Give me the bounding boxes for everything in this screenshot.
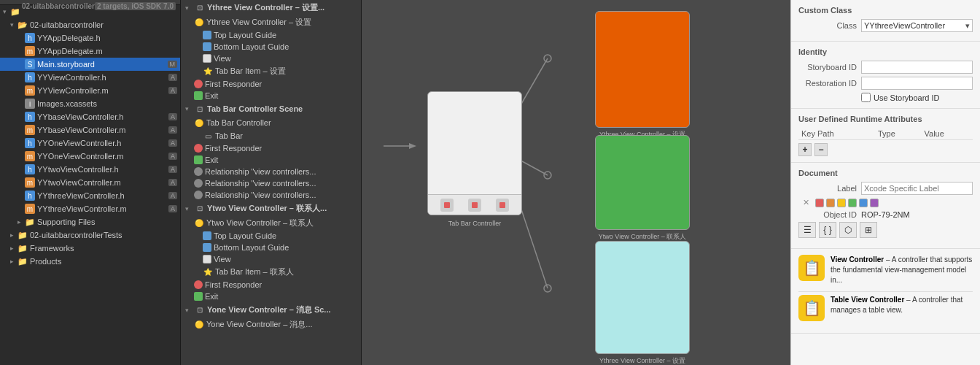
scene-item-0-2[interactable]: Bottom Layout Guide — [181, 41, 361, 53]
scene-item-label-2-5: First Responder — [205, 280, 262, 289]
left-tree-item-yybasevc-m[interactable]: mYYbaseViewController.mA — [0, 123, 180, 137]
scene-item-1-1[interactable]: ▭Tab Bar — [181, 129, 361, 142]
doc-label-input[interactable] — [861, 182, 973, 195]
udra-remove-button[interactable]: − — [814, 143, 828, 156]
icon-yybasevc-m: m — [25, 125, 35, 135]
left-tree-item-yythreevc-h[interactable]: hYYthreeViewController.hA — [0, 189, 180, 202]
use-storyboard-checkbox[interactable] — [861, 93, 871, 102]
icon-yytwovc-m: m — [25, 177, 35, 188]
left-tree-item-main-storyboard[interactable]: SMain.storyboardM — [0, 58, 180, 71]
doc-close-icon[interactable]: ✕ — [803, 198, 809, 207]
scene-item-1-5[interactable]: Relationship "view controllers... — [181, 177, 361, 189]
left-tree-item-root[interactable]: ▾📁02-uitabbarcontroller — [0, 5, 22, 18]
label-images-xcassets: Images.xcassets — [37, 99, 97, 108]
scene-header-3[interactable]: ▾⊡Yone View Controller – 消息 Sc... — [181, 302, 361, 318]
project-title: 02-uitabbarcontroller — [22, 2, 95, 10]
left-tree-item-yyviewcontroller-m[interactable]: mYYViewController.mA — [0, 84, 180, 97]
swatch-red[interactable] — [815, 199, 824, 207]
label-yythreevc-m: YYthreeViewController.m — [37, 204, 127, 213]
swatch-yellow[interactable] — [837, 199, 846, 207]
scene-item-3-0[interactable]: 🟡Yone View Controller – 消息... — [181, 318, 361, 331]
device-ytwo[interactable] — [595, 135, 690, 230]
doc-icon-btn-json[interactable]: { } — [819, 222, 836, 238]
scene-item-2-0[interactable]: 🟡Ytwo View Controller – 联系人 — [181, 216, 361, 230]
left-tree-item-twotar[interactable]: ▾📂02-uitabbarcontroller — [0, 18, 180, 31]
scene-item-2-4[interactable]: ⭐Tab Bar Item – 联系人 — [181, 265, 361, 279]
left-tree-item-yyonevc-h[interactable]: hYYOneViewController.hA — [0, 137, 180, 150]
left-tree-item-frameworks[interactable]: ▸📁Frameworks — [0, 242, 180, 255]
scene-item-1-0[interactable]: 🟡Tab Bar Controller — [181, 116, 361, 129]
device-yone[interactable] — [595, 241, 690, 354]
scene-item-icon-3-0: 🟡 — [194, 320, 204, 330]
scene-item-1-4[interactable]: Relationship "view controllers... — [181, 166, 361, 177]
scene-item-2-6[interactable]: Exit — [181, 291, 361, 302]
scene-header-0[interactable]: ▾⊡Ythree View Controller – 设置... — [181, 0, 361, 15]
scene-navigator[interactable]: ▾⊡Ythree View Controller – 设置...🟡Ythree … — [181, 0, 362, 365]
left-tree-item-yybasevc-h[interactable]: hYYbaseViewController.hA — [0, 110, 180, 123]
scene-item-icon-1-2 — [194, 144, 203, 153]
doc-icon-btn-doc[interactable]: ☰ — [798, 222, 816, 238]
scene-title-3: Yone View Controller – 消息 Sc... — [207, 304, 331, 315]
scene-item-0-6[interactable]: Exit — [181, 90, 361, 101]
device-tabbarcontroller[interactable] — [427, 91, 522, 215]
scene-item-2-5[interactable]: First Responder — [181, 279, 361, 291]
left-tree-item-yytwovc-h[interactable]: hYYtwoViewController.hA — [0, 163, 180, 176]
left-tree-item-appdelegate-h[interactable]: hYYAppDelegate.h — [0, 31, 180, 45]
doc-icon-btn-grid[interactable]: ⊞ — [860, 222, 877, 238]
swatch-purple[interactable] — [870, 199, 879, 207]
udra-section: User Defined Runtime Attributes Key Path… — [791, 109, 980, 163]
scene-item-0-3[interactable]: View — [181, 53, 361, 64]
scene-header-1[interactable]: ▾⊡Tab Bar Controller Scene — [181, 101, 361, 116]
left-tree-item-yytwovc-m[interactable]: mYYtwoViewController.mA — [0, 176, 180, 189]
scene-item-label-0-1: Top Layout Guide — [214, 31, 276, 39]
scene-item-label-1-5: Relationship "view controllers... — [205, 179, 316, 188]
scene-item-0-0[interactable]: 🟡Ythree View Controller – 设置 — [181, 15, 361, 29]
device-wrapper-ythree: Ythree View Controller – 设置 — [595, 11, 690, 128]
scene-item-label-3-0: Yone View Controller – 消息... — [206, 319, 313, 330]
scene-item-2-3[interactable]: View — [181, 253, 361, 265]
storyboard-id-input[interactable] — [861, 61, 973, 74]
restoration-id-input[interactable] — [861, 77, 973, 90]
scene-item-1-3[interactable]: Exit — [181, 154, 361, 166]
icon-yythreevc-m: m — [25, 204, 35, 214]
left-tree-item-supporting-files[interactable]: ▸📁Supporting Files — [0, 215, 180, 228]
scene-icon-1: ⊡ — [195, 104, 205, 114]
canvas-connections — [362, 0, 790, 365]
swatch-orange[interactable] — [826, 199, 835, 207]
left-tree-item-appdelegate-m[interactable]: mYYAppDelegate.m — [0, 45, 180, 58]
scene-item-0-5[interactable]: First Responder — [181, 78, 361, 90]
scene-item-1-2[interactable]: First Responder — [181, 142, 361, 154]
scene-item-0-4[interactable]: ⭐Tab Bar Item – 设置 — [181, 64, 361, 78]
scene-item-2-1[interactable]: Top Layout Guide — [181, 230, 361, 242]
label-supporting-files: Supporting Files — [37, 218, 96, 226]
left-tree-item-tests[interactable]: ▸📁02-uitabbarcontrollerTests — [0, 228, 180, 242]
left-tree-item-yyviewcontroller-h[interactable]: hYYViewController.hA — [0, 71, 180, 84]
file-navigator[interactable]: 2 targets, iOS SDK 7.0 02-uitabbarcontro… — [0, 0, 181, 365]
badge-yythreevc-m: A — [168, 205, 177, 212]
scene-item-label-2-0: Ytwo View Controller – 联系人 — [206, 218, 314, 228]
class-value[interactable]: YYthreeViewController — [862, 21, 963, 30]
device-wrapper-tabbarcontroller: Tab Bar Controller — [427, 91, 522, 215]
left-tree-item-images-xcassets[interactable]: iImages.xcassets — [0, 97, 180, 110]
identity-title: Identity — [798, 47, 973, 56]
swatch-green[interactable] — [848, 199, 857, 207]
label-frameworks: Frameworks — [30, 244, 74, 253]
storyboard-canvas[interactable]: Tab Bar ControllerYthree View Controller… — [362, 0, 790, 365]
scene-item-2-2[interactable]: Bottom Layout Guide — [181, 242, 361, 253]
badge-yybasevc-h: A — [168, 113, 177, 120]
scene-header-2[interactable]: ▾⊡Ytwo View Controller – 联系人... — [181, 201, 361, 216]
left-tree-item-yythreevc-m[interactable]: mYYthreeViewController.mA — [0, 202, 180, 215]
swatch-blue[interactable] — [859, 199, 868, 207]
label-yyonevc-h: YYOneViewController.h — [37, 139, 121, 147]
udra-add-button[interactable]: + — [798, 143, 812, 156]
scene-item-1-6[interactable]: Relationship "view controllers... — [181, 189, 361, 201]
device-ythree[interactable] — [595, 11, 690, 128]
left-tree-item-yyonevc-m[interactable]: mYYOneViewController.mA — [0, 150, 180, 163]
doc-icon-btn-cube[interactable]: ⬡ — [839, 222, 857, 238]
left-tree-item-products[interactable]: ▸📁Products — [0, 255, 180, 268]
icon-root: 📁 — [10, 7, 20, 17]
scene-item-0-1[interactable]: Top Layout Guide — [181, 29, 361, 41]
label-tests: 02-uitabbarcontrollerTests — [30, 231, 122, 239]
class-dropdown-arrow[interactable]: ▾ — [963, 21, 972, 31]
project-badge: 2 targets, iOS SDK 7.0 — [95, 2, 176, 10]
